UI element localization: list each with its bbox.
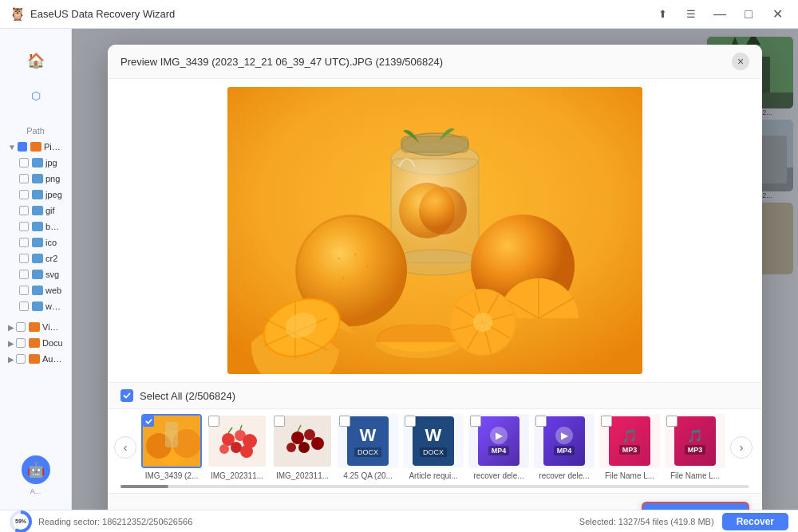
thumb-label-1: IMG_3439 (2...: [145, 471, 199, 480]
thumb-label-9: File Name L...: [670, 471, 720, 480]
tree-item-audio[interactable]: ▶ Audio: [5, 351, 66, 367]
thumb-item-6[interactable]: ▶ MP4 recover dele...: [468, 414, 529, 480]
thumb-checkbox-6[interactable]: [470, 416, 481, 427]
thumb-item-9[interactable]: 🎵 MP3 File Name L...: [665, 414, 725, 480]
thumb-item-2[interactable]: IMG_202311...: [207, 414, 267, 480]
app-window: 🦉 EaseUS Data Recovery Wizard ⬆ ☰ — □ ✕ …: [0, 0, 798, 532]
thumb-item-8[interactable]: 🎵 MP3 File Name L...: [599, 414, 660, 480]
tree-item-cr2[interactable]: cr2: [5, 250, 66, 266]
thumb-label-8: File Name L...: [605, 471, 654, 480]
tree-item-ico[interactable]: ico: [5, 234, 66, 250]
modal-close-button[interactable]: ×: [732, 53, 749, 70]
progress-indicator: 59%: [10, 510, 32, 533]
tree-item-video[interactable]: ▶ Video: [5, 319, 66, 335]
tree-item-svg[interactable]: svg: [5, 266, 66, 282]
back-icon[interactable]: ⬡: [20, 80, 52, 112]
menu-icon[interactable]: ☰: [680, 6, 702, 22]
thumb-checkbox-2[interactable]: [208, 416, 219, 427]
thumb-checkbox-4[interactable]: [339, 416, 350, 427]
thumb-item-1[interactable]: IMG_3439 (2...: [141, 414, 202, 480]
svg-point-64: [311, 437, 324, 450]
thumb-checkbox-5[interactable]: [405, 416, 416, 427]
svg-point-65: [298, 442, 310, 453]
modal-select-bar: Select All (2/506824): [108, 382, 762, 409]
select-all-checkbox[interactable]: [120, 389, 133, 402]
tree-item-jpeg[interactable]: jpeg: [5, 187, 66, 203]
modal-title: Preview IMG_3439 (2023_12_21 06_39_47 UT…: [120, 56, 732, 68]
modal-overlay: Preview IMG_3439 (2023_12_21 06_39_47 UT…: [72, 29, 798, 510]
svg-point-66: [286, 443, 296, 452]
title-bar-controls: ⬆ ☰ — □ ✕: [651, 6, 788, 22]
thumb-label-6: recover dele...: [473, 471, 523, 480]
main-area: ...163803 (2... ...163856 (2... 🌿: [72, 29, 798, 510]
tree-item-web[interactable]: web: [5, 282, 66, 298]
thumb-label-2: IMG_202311...: [211, 471, 263, 480]
modal-header: Preview IMG_3439 (2023_12_21 06_39_47 UT…: [108, 45, 762, 79]
tree-item-docu[interactable]: ▶ Docu: [5, 335, 66, 351]
reading-sector-status: Reading sector: 186212352/250626566: [38, 517, 192, 526]
thumbnail-scrollbar-thumb[interactable]: [120, 485, 168, 488]
bottom-recover-button[interactable]: Recover: [722, 513, 788, 530]
thumbnail-scrollbar[interactable]: [120, 485, 749, 488]
svg-rect-51: [165, 422, 178, 447]
modal-image-area: [108, 79, 762, 382]
svg-point-21: [419, 187, 467, 234]
bottom-bar: 59% Reading sector: 186212352/250626566 …: [0, 510, 798, 532]
sidebar-header: 🏠 ⬡: [0, 37, 71, 121]
app-logo-icon: 🦉: [10, 6, 26, 22]
thumb-item-5[interactable]: W DOCX Article requi...: [403, 414, 464, 480]
thumb-checkbox-8[interactable]: [601, 416, 612, 427]
select-all-label: Select All (2/506824): [140, 390, 235, 402]
path-label: Path: [0, 126, 71, 136]
svg-point-25: [354, 254, 357, 256]
preview-modal: Preview IMG_3439 (2023_12_21 06_39_47 UT…: [108, 45, 762, 510]
thumb-checkbox-1[interactable]: [143, 416, 154, 427]
close-button[interactable]: ✕: [766, 6, 788, 22]
maximize-button[interactable]: □: [737, 6, 760, 22]
thumb-label-7: recover dele...: [539, 471, 589, 480]
svg-point-27: [342, 278, 345, 280]
upload-icon[interactable]: ⬆: [651, 6, 674, 22]
modal-footer: Selected: 2 files (3.40 MB) Recover: [108, 493, 762, 510]
thumb-checkbox-3[interactable]: [274, 416, 285, 427]
home-icon[interactable]: 🏠: [20, 45, 52, 77]
thumb-next-button[interactable]: ›: [730, 436, 753, 459]
recover-button[interactable]: Recover: [642, 502, 749, 510]
modal-thumbnails-strip: ‹: [108, 409, 762, 485]
thumb-label-3: IMG_202311...: [276, 471, 329, 480]
svg-point-26: [366, 266, 369, 268]
tree-item-wm[interactable]: wm...: [5, 298, 66, 314]
thumb-item-4[interactable]: W DOCX 4.25 QA (20...: [338, 414, 398, 480]
tree-item-jpg[interactable]: jpg: [5, 155, 66, 171]
svg-point-57: [219, 444, 229, 454]
svg-rect-19: [401, 136, 468, 152]
thumb-label-5: Article requi...: [409, 471, 457, 480]
svg-point-56: [231, 442, 242, 453]
progress-percent: 59%: [13, 514, 29, 530]
svg-point-58: [240, 445, 253, 458]
tree-item-gif[interactable]: gif: [5, 203, 66, 219]
sidebar-tree: ▼ Pictu jpg png jp: [0, 139, 71, 449]
thumb-label-4: 4.25 QA (20...: [343, 471, 393, 480]
thumb-item-7[interactable]: ▶ MP4 recover dele...: [534, 414, 595, 480]
sidebar: 🏠 ⬡ Path ▼ Pictu jpg: [0, 29, 72, 510]
tree-item-png[interactable]: png: [5, 171, 66, 187]
minimize-button[interactable]: —: [709, 6, 731, 22]
thumb-checkbox-9[interactable]: [666, 416, 678, 427]
app-title: EaseUS Data Recovery Wizard: [30, 8, 651, 20]
tree-item-pictures[interactable]: ▼ Pictu: [5, 139, 66, 155]
tree-item-bmp[interactable]: bm...: [5, 219, 66, 234]
svg-point-24: [338, 258, 341, 260]
thumb-item-3[interactable]: IMG_202311...: [272, 414, 333, 480]
thumb-checkbox-7[interactable]: [535, 416, 547, 427]
selected-files-count: Selected: 1327/54 files (419.8 MB): [579, 517, 714, 526]
thumb-prev-button[interactable]: ‹: [114, 436, 136, 459]
ai-assistant-icon[interactable]: 🤖: [22, 455, 50, 484]
app-content: 🏠 ⬡ Path ▼ Pictu jpg: [0, 29, 798, 510]
preview-image: [227, 87, 642, 374]
title-bar: 🦉 EaseUS Data Recovery Wizard ⬆ ☰ — □ ✕: [0, 0, 798, 29]
